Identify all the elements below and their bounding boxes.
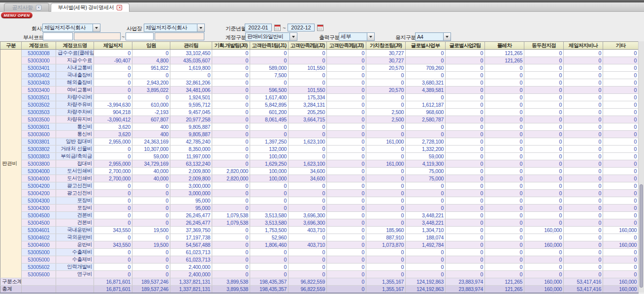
amount-cell[interactable]: 0	[446, 116, 485, 123]
amount-cell[interactable]: 0	[366, 256, 406, 264]
amount-cell[interactable]: 0	[603, 109, 639, 116]
amount-cell[interactable]: 3,664,715	[289, 116, 327, 123]
amount-cell[interactable]: 0	[485, 101, 524, 109]
amount-cell[interactable]: 0	[212, 241, 250, 249]
amount-cell[interactable]: 0	[485, 271, 524, 278]
amount-cell[interactable]: 1,623,100	[289, 160, 327, 168]
calendar-icon[interactable]	[317, 25, 323, 31]
account-code-cell[interactable]: 53003403	[22, 79, 56, 87]
amount-cell[interactable]: 0	[327, 72, 366, 79]
amount-cell[interactable]: 0	[94, 79, 132, 87]
amount-cell[interactable]: 400	[132, 131, 170, 138]
amount-cell[interactable]: 0	[603, 256, 639, 264]
amount-cell[interactable]: 1,492,784	[406, 241, 446, 249]
amount-cell[interactable]: 0	[406, 190, 446, 197]
account-name-cell[interactable]: 도서인쇄비	[56, 168, 94, 175]
amount-cell[interactable]: 0	[94, 197, 132, 205]
amount-cell[interactable]: 198,435,357	[250, 286, 289, 294]
amount-cell[interactable]: 0	[250, 249, 289, 256]
amount-cell[interactable]: 2,955,000	[94, 138, 132, 146]
amount-cell[interactable]: 20,570	[366, 87, 406, 94]
amount-cell[interactable]: 0	[446, 153, 485, 160]
amount-cell[interactable]: 0	[524, 256, 564, 264]
amount-cell[interactable]: 3,000,000	[170, 190, 212, 197]
amount-cell[interactable]: 0	[603, 72, 639, 79]
account-code-cell[interactable]: 53004601	[22, 227, 56, 234]
account-code-cell[interactable]: 53004200	[22, 182, 56, 190]
amount-cell[interactable]: 4,800	[132, 57, 170, 64]
amount-cell[interactable]: 0	[603, 101, 639, 109]
amount-cell[interactable]: 3,696,300	[289, 212, 327, 219]
amount-cell[interactable]: 0	[212, 50, 250, 57]
amount-cell[interactable]: 0	[485, 182, 524, 190]
amount-cell[interactable]: 0	[564, 197, 603, 205]
amount-cell[interactable]: 3,899,538	[212, 278, 250, 286]
amount-cell[interactable]: 951,822	[132, 64, 170, 72]
amount-cell[interactable]: 0	[366, 168, 406, 175]
amount-cell[interactable]: 0	[132, 190, 170, 197]
account-name-cell[interactable]: 도서인쇄비	[56, 175, 94, 182]
amount-cell[interactable]: 95,000	[170, 205, 212, 212]
amount-cell[interactable]: 2,500	[366, 109, 406, 116]
amount-cell[interactable]: 0	[327, 264, 366, 271]
amount-cell[interactable]: 185,960	[366, 227, 406, 234]
chevron-down-icon[interactable]	[367, 33, 374, 40]
amount-cell[interactable]: 0	[327, 153, 366, 160]
amount-cell[interactable]: 0	[132, 94, 170, 101]
account-name-cell[interactable]: 수출제비	[56, 256, 94, 264]
amount-cell[interactable]: 0	[524, 79, 564, 87]
amount-cell[interactable]: 0	[327, 138, 366, 146]
amount-cell[interactable]: 32,861,206	[170, 79, 212, 87]
amount-cell[interactable]: 100,000	[250, 175, 289, 182]
amount-cell[interactable]: 0	[212, 227, 250, 234]
amount-cell[interactable]: 8,350,000	[170, 146, 212, 153]
amount-cell[interactable]: 607,807	[132, 116, 170, 123]
amount-cell[interactable]: 0	[212, 94, 250, 101]
account-code-cell[interactable]: 53005000	[22, 249, 56, 256]
amount-cell[interactable]: 0	[446, 146, 485, 153]
amount-cell[interactable]: 0	[250, 271, 289, 278]
amount-cell[interactable]: 0	[564, 160, 603, 168]
amount-cell[interactable]: 0	[289, 123, 327, 131]
amount-cell[interactable]: 0	[366, 175, 406, 182]
amount-cell[interactable]: 0	[94, 64, 132, 72]
account-code-cell[interactable]: 53003402	[22, 72, 56, 79]
amount-cell[interactable]: 0	[327, 64, 366, 72]
dept-name-from-input[interactable]	[74, 32, 121, 40]
amount-cell[interactable]: 0	[564, 64, 603, 72]
account-name-cell[interactable]: 지급수수료	[56, 57, 94, 64]
amount-cell[interactable]: 0	[327, 234, 366, 241]
amount-cell[interactable]: 0	[446, 123, 485, 131]
amount-cell[interactable]: 0	[212, 234, 250, 241]
amount-cell[interactable]: 0	[446, 249, 485, 256]
amount-cell[interactable]: 0	[250, 264, 289, 271]
amount-cell[interactable]: 3,895,022	[132, 87, 170, 94]
amount-cell[interactable]: 0	[485, 79, 524, 87]
amount-cell[interactable]: 0	[564, 138, 603, 146]
tab-expense-report[interactable]: 부서별(세목) 경비명세서 ✕	[51, 3, 129, 12]
account-name-cell[interactable]: 차량주차비	[56, 109, 94, 116]
amount-cell[interactable]: 0	[524, 94, 564, 101]
amount-cell[interactable]: 0	[327, 57, 366, 64]
amount-cell[interactable]: 0	[327, 241, 366, 249]
amount-cell[interactable]: 0	[524, 212, 564, 219]
account-name-cell[interactable]: 부의금/축의금	[56, 153, 94, 160]
amount-cell[interactable]: 1,806,460	[250, 241, 289, 249]
amount-cell[interactable]: 0	[603, 190, 639, 197]
amount-cell[interactable]: 0	[212, 190, 250, 197]
amount-cell[interactable]: 7,500	[250, 72, 289, 79]
amount-cell[interactable]: 0	[406, 94, 446, 101]
amount-cell[interactable]: 0	[366, 264, 406, 271]
amount-cell[interactable]: 0	[603, 153, 639, 160]
vertical-scrollbar[interactable]	[638, 41, 644, 293]
account-name-cell[interactable]: 국외운반비	[56, 234, 94, 241]
amount-cell[interactable]: 904,218	[94, 109, 132, 116]
account-name-cell[interactable]: 광고선전비	[56, 182, 94, 190]
amount-cell[interactable]: 160,000	[524, 241, 564, 249]
account-name-cell[interactable]: 견본비	[56, 212, 94, 219]
amount-cell[interactable]: 34,600	[289, 168, 327, 175]
amount-cell[interactable]: 0	[446, 197, 485, 205]
account-code-cell[interactable]: 53004000	[22, 168, 56, 175]
amount-cell[interactable]: 0	[327, 101, 366, 109]
account-name-cell[interactable]: 여비교통비	[56, 87, 94, 94]
